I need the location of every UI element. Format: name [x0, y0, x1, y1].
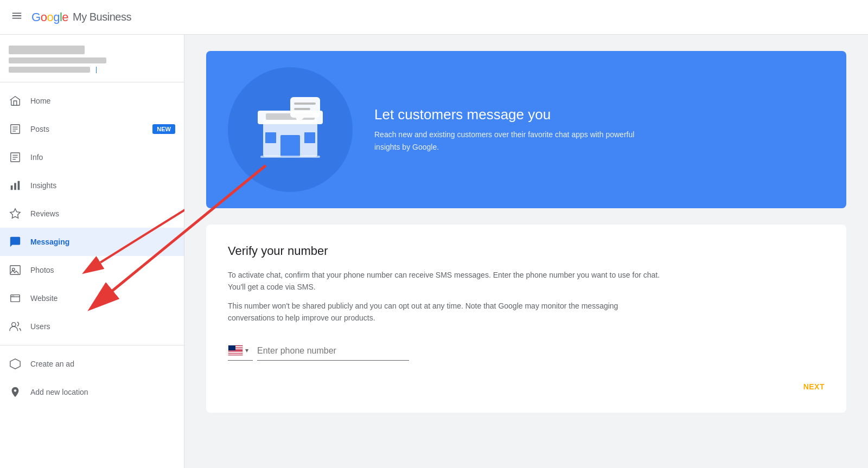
svg-rect-22	[280, 135, 300, 157]
svg-rect-24	[304, 132, 315, 143]
business-link[interactable]: |	[95, 66, 97, 73]
verify-title: Verify your number	[228, 244, 825, 258]
business-address	[9, 57, 106, 63]
sidebar-label-create-ad: Create an ad	[30, 360, 175, 368]
website-icon	[9, 292, 22, 305]
app-name: My Business	[73, 11, 131, 23]
posts-icon	[9, 123, 22, 136]
info-icon	[9, 151, 22, 164]
hero-text: Let customers message you Reach new and …	[374, 106, 646, 153]
logo-g2: g	[53, 10, 60, 24]
verify-section: Verify your number To activate chat, con…	[206, 225, 846, 413]
sidebar-item-reviews[interactable]: Reviews	[0, 200, 184, 228]
svg-point-18	[12, 323, 16, 326]
svg-rect-29	[294, 108, 310, 110]
verify-desc1: To activate chat, confirm that your phon…	[228, 269, 662, 293]
home-icon	[9, 94, 22, 107]
sidebar-item-info[interactable]: Info	[0, 143, 184, 171]
google-logo: Google My Business	[31, 10, 131, 24]
country-chevron-icon: ▾	[245, 347, 248, 354]
sidebar-label-users: Users	[30, 322, 175, 331]
action-row: NEXT	[228, 377, 825, 391]
svg-rect-8	[11, 185, 13, 190]
header: Google My Business	[0, 0, 868, 35]
sidebar-label-add-location: Add new location	[30, 388, 175, 396]
svg-rect-25	[260, 156, 320, 158]
posts-badge: NEW	[152, 124, 175, 134]
hero-subtitle: Reach new and existing customers over th…	[374, 129, 646, 153]
sidebar-item-website[interactable]: Website	[0, 284, 184, 312]
sidebar-item-posts[interactable]: Posts NEW	[0, 115, 184, 143]
svg-rect-26	[290, 97, 320, 118]
sidebar-label-posts: Posts	[30, 125, 148, 133]
sidebar-label-home: Home	[30, 97, 175, 105]
users-icon	[9, 320, 22, 333]
sidebar-item-messaging[interactable]: Messaging	[0, 228, 184, 256]
business-city-line: |	[9, 66, 175, 73]
business-city	[9, 67, 90, 73]
verify-desc2: This number won't be shared publicly and…	[228, 300, 662, 324]
insights-icon	[9, 179, 22, 192]
phone-input-row: ▾	[228, 341, 825, 361]
sidebar-label-reviews: Reviews	[30, 209, 175, 218]
location-icon	[9, 386, 22, 399]
svg-rect-28	[294, 102, 316, 105]
logo-g: G	[31, 10, 41, 24]
nav-divider	[0, 345, 184, 345]
menu-icon[interactable]	[11, 10, 23, 24]
logo-o2: o	[47, 10, 53, 24]
business-name	[9, 46, 85, 54]
svg-rect-23	[265, 132, 276, 143]
sidebar-item-insights[interactable]: Insights	[0, 171, 184, 200]
svg-rect-9	[14, 183, 16, 190]
photos-icon	[9, 264, 22, 277]
messaging-icon	[9, 235, 22, 248]
us-flag-icon	[228, 345, 243, 356]
sidebar-item-home[interactable]: Home	[0, 87, 184, 115]
sidebar-item-photos[interactable]: Photos	[0, 256, 184, 284]
svg-point-16	[12, 296, 12, 296]
svg-marker-11	[10, 209, 20, 218]
layout: | Home Posts NEW Inf	[0, 35, 868, 468]
nav-items: Home Posts NEW Info Insights	[0, 82, 184, 406]
hero-icon-area	[228, 67, 353, 192]
hero-banner: Let customers message you Reach new and …	[206, 51, 846, 208]
store-icon	[252, 92, 328, 168]
sidebar-label-website: Website	[30, 294, 175, 303]
sidebar-item-users[interactable]: Users	[0, 312, 184, 341]
sidebar-label-photos: Photos	[30, 266, 175, 274]
svg-rect-10	[18, 181, 20, 190]
logo-e: e	[62, 10, 68, 24]
sidebar-label-messaging: Messaging	[30, 238, 175, 246]
ad-icon	[9, 357, 22, 370]
hero-title: Let customers message you	[374, 106, 646, 123]
sidebar-label-info: Info	[30, 153, 175, 162]
next-button[interactable]: NEXT	[803, 382, 825, 391]
sidebar-item-add-location[interactable]: Add new location	[0, 378, 184, 406]
country-selector[interactable]: ▾	[228, 341, 253, 361]
svg-point-17	[14, 296, 14, 296]
business-info: |	[0, 35, 184, 82]
sidebar-label-insights: Insights	[30, 181, 175, 190]
sidebar: | Home Posts NEW Inf	[0, 35, 184, 468]
phone-input[interactable]	[257, 342, 409, 361]
sidebar-item-create-ad[interactable]: Create an ad	[0, 350, 184, 378]
logo-o1: o	[41, 10, 47, 24]
main-content: Let customers message you Reach new and …	[184, 35, 868, 468]
reviews-icon	[9, 207, 22, 220]
